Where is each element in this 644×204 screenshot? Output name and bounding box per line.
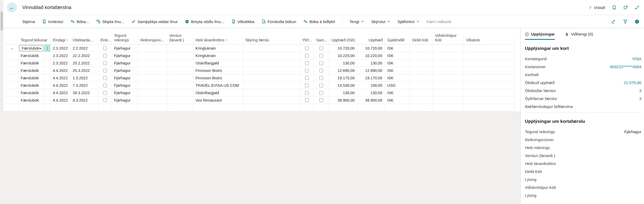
cell-upphaed[interactable]: 130,00 bbox=[358, 89, 385, 96]
cell-tegund_bokunar[interactable]: Færslubók bbox=[19, 97, 44, 104]
cell-heiti_lanardrottins[interactable]: Útskriftargjald bbox=[193, 89, 243, 96]
cell-vidskmhopur_koti[interactable] bbox=[433, 67, 464, 74]
panel-field-value[interactable]: 3 bbox=[639, 96, 641, 101]
cell-tegund_bokunar[interactable]: Færslubók bbox=[19, 67, 44, 74]
cell-tegund_reiknings[interactable]: Fjárhagur bbox=[112, 45, 138, 52]
panel-field-value[interactable]: 3 bbox=[639, 88, 641, 93]
cell-verslun[interactable] bbox=[167, 82, 193, 89]
cell-selector[interactable] bbox=[5, 59, 19, 67]
yfirf-checkbox[interactable] bbox=[305, 69, 309, 72]
cell-villutexti[interactable] bbox=[464, 82, 515, 89]
factbox-tab[interactable]: Viðhengi (0) bbox=[565, 32, 593, 40]
cell-skyring_faerslu[interactable] bbox=[243, 104, 300, 111]
column-header-reikningsnumer[interactable]: Reikningsnú... bbox=[138, 38, 167, 44]
cell-heiti_lanardrottins[interactable]: Kringlukrain bbox=[193, 45, 243, 52]
cell-heiti_lanardrottins[interactable]: Útskriftargjald bbox=[193, 59, 243, 67]
column-header-tegund_reiknings[interactable]: Tegund reiknings bbox=[112, 33, 138, 44]
column-header-vidskmhopur_koti[interactable]: Viðskmhópur Kóti bbox=[433, 33, 464, 44]
cell-heiti_lanardrottins[interactable]: Finnsson Bistro bbox=[193, 74, 243, 81]
cell-vidskmhopur_koti[interactable] bbox=[433, 89, 464, 96]
cell-deild_koti[interactable] bbox=[410, 89, 433, 96]
info-icon[interactable] bbox=[635, 19, 639, 24]
cell-upphaed[interactable]: 10.720,00 bbox=[358, 45, 385, 52]
cell-vidskmhopur_koti[interactable] bbox=[433, 104, 464, 111]
cell-eink[interactable] bbox=[98, 104, 112, 111]
cell-eink[interactable] bbox=[98, 74, 112, 81]
cell-sam[interactable] bbox=[314, 97, 329, 104]
cell-upphaed[interactable]: 10.220,00 bbox=[358, 52, 385, 59]
cell-tegund_bokunar[interactable]: Færslubók bbox=[19, 82, 44, 89]
cell-villutexti[interactable] bbox=[464, 52, 515, 59]
column-header-sam[interactable]: Sam... bbox=[314, 38, 329, 44]
cell-gjaldmidill[interactable]: ISK bbox=[385, 74, 410, 81]
share-icon[interactable] bbox=[611, 19, 616, 24]
cell-sam[interactable] bbox=[314, 89, 329, 96]
cell-reikningsnumer[interactable] bbox=[138, 52, 167, 59]
cell-handle[interactable] bbox=[44, 104, 51, 111]
cell-yfirf[interactable] bbox=[300, 104, 314, 111]
cell-reikningsnumer[interactable] bbox=[138, 45, 167, 52]
sam-checkbox[interactable] bbox=[319, 69, 323, 72]
toolbar-more-options[interactable]: Færri valkostir bbox=[427, 19, 452, 24]
cell-sam[interactable] bbox=[314, 45, 329, 52]
cell-skyring_faerslu[interactable] bbox=[243, 45, 300, 52]
cell-heiti_lanardrottins[interactable]: Vox Restaurant bbox=[193, 97, 243, 104]
cell-verslun[interactable] bbox=[167, 45, 193, 52]
cell-eink[interactable] bbox=[98, 67, 112, 74]
cell-gjaldmidill[interactable]: ISK bbox=[385, 52, 410, 59]
cell-tegund_bokunar[interactable]: Færslubók bbox=[19, 74, 44, 81]
sam-checkbox[interactable] bbox=[319, 46, 323, 50]
cell-upphaed_isk[interactable]: 39.900,00 bbox=[329, 97, 358, 104]
cell-upphaed[interactable]: 39.900,00 bbox=[358, 97, 385, 104]
cell-deild_koti[interactable] bbox=[410, 59, 433, 67]
cell-vidskmhopur_koti[interactable] bbox=[433, 45, 464, 52]
cell-uttektardagur[interactable]: 1.3.2022 bbox=[71, 74, 98, 81]
cell-tegund_bokunar[interactable]: Færslubók bbox=[19, 45, 44, 52]
toolbar-button[interactable]: Bóka... bbox=[71, 19, 89, 24]
cell-tegund_reiknings[interactable]: Fjárhagur bbox=[112, 74, 138, 81]
back-button[interactable]: ← bbox=[7, 2, 17, 12]
cell-eindagi[interactable]: 4.4.2022 bbox=[51, 67, 71, 74]
yfirf-checkbox[interactable] bbox=[305, 98, 309, 102]
cell-vidskmhopur_koti[interactable] bbox=[433, 97, 464, 104]
cell-uttektardagur[interactable]: 28.3.2022 bbox=[71, 89, 98, 96]
cell-yfirf[interactable] bbox=[300, 97, 314, 104]
factbox-tab[interactable]: Upplýsingar bbox=[525, 32, 555, 40]
cell-eink[interactable] bbox=[98, 59, 112, 67]
sam-checkbox[interactable] bbox=[319, 98, 323, 102]
column-header-villutexti[interactable]: Villutexti bbox=[464, 38, 515, 44]
cell-yfirf[interactable] bbox=[300, 52, 314, 59]
cell-villutexti[interactable] bbox=[464, 74, 515, 81]
column-header-yfirf[interactable]: Yfirf... bbox=[300, 38, 314, 44]
cell-upphaed_isk[interactable]: 10.720,00 bbox=[329, 45, 358, 52]
eink-checkbox[interactable] bbox=[103, 98, 107, 102]
cell-upphaed_isk[interactable] bbox=[329, 104, 358, 111]
cell-skyring_faerslu[interactable] bbox=[243, 52, 300, 59]
cell-selector[interactable] bbox=[5, 74, 19, 81]
cell-selector[interactable] bbox=[5, 104, 19, 111]
eink-checkbox[interactable] bbox=[103, 76, 107, 80]
cell-handle[interactable] bbox=[44, 59, 51, 67]
cell-gjaldmidill[interactable]: ISK bbox=[385, 89, 410, 96]
cell-vidskmhopur_koti[interactable] bbox=[433, 82, 464, 89]
cell-tegund_reiknings[interactable]: Fjárhagur bbox=[112, 82, 138, 89]
cell-eindagi[interactable]: 2.3.2022 bbox=[51, 59, 71, 67]
column-header-eindagi[interactable]: Eindagi ↑ bbox=[51, 38, 71, 44]
cell-uttektardagur[interactable]: 25.2.2022 bbox=[71, 59, 98, 67]
cell-tegund_reiknings[interactable]: Fjárhagur bbox=[112, 67, 138, 74]
cell-eink[interactable] bbox=[98, 52, 112, 59]
yfirf-checkbox[interactable] bbox=[305, 46, 309, 50]
cell-upphaed_isk[interactable]: 10.220,00 bbox=[329, 52, 358, 59]
cell-yfirf[interactable] bbox=[300, 59, 314, 67]
cell-selector[interactable] bbox=[5, 67, 19, 74]
cell-gjaldmidill[interactable]: USD bbox=[385, 82, 410, 89]
cell-uttektardagur[interactable] bbox=[71, 104, 98, 111]
cell-uttektardagur[interactable]: 4.3.2022 bbox=[71, 97, 98, 104]
collapse-icon[interactable] bbox=[635, 5, 639, 10]
cell-handle[interactable] bbox=[44, 82, 51, 89]
column-header-verslun[interactable]: Verslun (lánardr.) bbox=[167, 33, 193, 44]
cell-skyring_faerslu[interactable] bbox=[243, 97, 300, 104]
cell-villutexti[interactable] bbox=[464, 89, 515, 96]
cell-sam[interactable] bbox=[314, 59, 329, 67]
cell-heiti_lanardrottins[interactable]: Finnsson Bistro bbox=[193, 67, 243, 74]
